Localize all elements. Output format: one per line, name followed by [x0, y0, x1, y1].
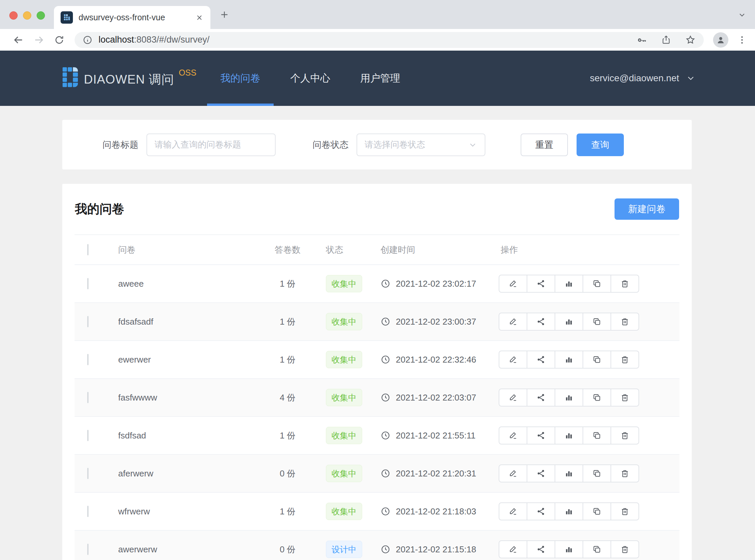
row-checkbox[interactable] — [87, 392, 88, 403]
address-bar[interactable]: localhost:8083/#/dw/survey/ — [75, 32, 704, 48]
forward-icon[interactable] — [33, 34, 45, 46]
created-time: 2021-12-02 23:02:17 — [396, 279, 476, 289]
status-badge: 收集中 — [326, 275, 362, 292]
browser-profile-avatar[interactable] — [713, 32, 728, 47]
share-nodes-icon — [536, 545, 546, 554]
bar-chart-icon — [564, 355, 574, 364]
copy-button[interactable] — [583, 426, 611, 444]
copy-button[interactable] — [583, 388, 611, 406]
nav-item-my-surveys[interactable]: 我的问卷 — [207, 51, 274, 106]
tab-search-chevron-icon[interactable] — [738, 11, 746, 19]
created-time: 2021-12-02 22:32:46 — [396, 355, 476, 365]
share-button[interactable] — [527, 388, 555, 406]
nav-item-profile[interactable]: 个人中心 — [277, 51, 344, 106]
nav-item-user-management[interactable]: 用户管理 — [347, 51, 413, 106]
tab-close-icon[interactable] — [195, 13, 204, 22]
share-button[interactable] — [527, 275, 555, 293]
stats-button[interactable] — [555, 351, 583, 368]
table-row: aferwerw 0 份 收集中 2021-12-02 21:20:31 — [75, 455, 679, 493]
row-checkbox[interactable] — [87, 544, 88, 555]
copy-icon — [592, 545, 601, 554]
response-count: 1 份 — [273, 354, 303, 365]
share-button[interactable] — [527, 540, 555, 558]
search-button[interactable]: 查询 — [576, 134, 624, 156]
back-icon[interactable] — [13, 34, 24, 46]
share-button[interactable] — [527, 464, 555, 482]
user-menu[interactable]: service@diaowen.net — [590, 51, 696, 106]
stats-button[interactable] — [555, 464, 583, 482]
stats-button[interactable] — [555, 540, 583, 558]
copy-icon — [592, 317, 601, 326]
copy-button[interactable] — [583, 464, 611, 482]
row-checkbox[interactable] — [87, 316, 88, 327]
create-survey-button[interactable]: 新建问卷 — [614, 198, 679, 220]
share-button[interactable] — [527, 502, 555, 520]
copy-button[interactable] — [583, 313, 611, 331]
row-action-group — [499, 388, 639, 406]
row-checkbox[interactable] — [87, 506, 88, 517]
edit-button[interactable] — [499, 388, 527, 406]
stats-button[interactable] — [555, 426, 583, 444]
copy-button[interactable] — [583, 351, 611, 368]
stats-button[interactable] — [555, 313, 583, 331]
status-filter-select[interactable]: 请选择问卷状态 — [356, 134, 485, 156]
table-row: fsdfsad 1 份 收集中 2021-12-02 21:55:11 — [75, 417, 679, 455]
window-zoom-button[interactable] — [37, 11, 45, 20]
copy-button[interactable] — [583, 540, 611, 558]
delete-button[interactable] — [611, 388, 639, 406]
copy-button[interactable] — [583, 275, 611, 293]
copy-icon — [592, 507, 601, 516]
select-all-checkbox[interactable] — [87, 244, 88, 255]
share-button[interactable] — [527, 426, 555, 444]
window-close-button[interactable] — [9, 11, 18, 20]
stats-button[interactable] — [555, 502, 583, 520]
edit-button[interactable] — [499, 426, 527, 444]
created-time: 2021-12-02 21:55:11 — [396, 431, 476, 441]
edit-button[interactable] — [499, 540, 527, 558]
copy-button[interactable] — [583, 502, 611, 520]
edit-button[interactable] — [499, 502, 527, 520]
browser-tab[interactable]: dwsurvey-oss-front-vue — [54, 6, 210, 29]
response-count: 1 份 — [273, 430, 303, 441]
delete-button[interactable] — [611, 313, 639, 331]
stats-button[interactable] — [555, 388, 583, 406]
reset-button[interactable]: 重置 — [521, 134, 568, 156]
row-checkbox[interactable] — [87, 354, 88, 365]
title-filter-input[interactable] — [146, 134, 276, 156]
copy-icon — [592, 431, 601, 440]
password-key-icon[interactable] — [636, 35, 647, 45]
delete-button[interactable] — [611, 540, 639, 558]
app-logo[interactable]: DIAOWEN 调问 OSS — [63, 67, 197, 89]
site-info-icon[interactable] — [83, 35, 93, 45]
share-button[interactable] — [527, 313, 555, 331]
window-minimize-button[interactable] — [23, 11, 31, 20]
row-checkbox[interactable] — [87, 430, 88, 441]
reload-icon[interactable] — [54, 35, 65, 45]
edit-pencil-icon — [508, 545, 518, 554]
share-button[interactable] — [527, 351, 555, 368]
edit-button[interactable] — [499, 313, 527, 331]
stats-button[interactable] — [555, 275, 583, 293]
browser-menu-icon[interactable] — [737, 35, 747, 45]
delete-button[interactable] — [611, 275, 639, 293]
column-header-responses: 答卷数 — [273, 244, 303, 256]
edit-button[interactable] — [499, 275, 527, 293]
delete-button[interactable] — [611, 464, 639, 482]
share-nodes-icon — [536, 279, 546, 288]
chevron-down-icon — [686, 73, 696, 83]
row-checkbox[interactable] — [87, 278, 88, 289]
delete-button[interactable] — [611, 351, 639, 368]
column-header-survey: 问卷 — [118, 244, 273, 256]
trash-icon — [620, 279, 630, 288]
row-checkbox[interactable] — [87, 468, 88, 479]
new-tab-button[interactable] — [219, 9, 230, 20]
bookmark-star-icon[interactable] — [685, 35, 696, 45]
edit-button[interactable] — [499, 351, 527, 368]
delete-button[interactable] — [611, 426, 639, 444]
copy-icon — [592, 393, 601, 402]
row-action-group — [499, 313, 639, 331]
created-time: 2021-12-02 21:20:31 — [396, 468, 476, 479]
delete-button[interactable] — [611, 502, 639, 520]
edit-button[interactable] — [499, 464, 527, 482]
share-page-icon[interactable] — [661, 35, 671, 45]
